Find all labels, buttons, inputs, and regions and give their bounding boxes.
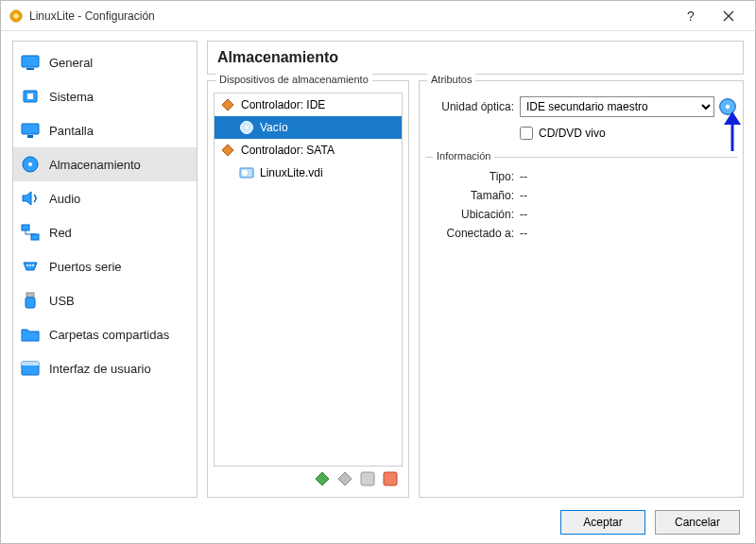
svg-rect-3 — [26, 68, 34, 70]
svg-rect-16 — [26, 298, 35, 308]
info-row-size: Tamaño: -- — [425, 186, 737, 205]
add-attachment-icon[interactable] — [336, 470, 353, 487]
sidebar-item-label: Almacenamiento — [49, 158, 141, 172]
svg-rect-15 — [26, 293, 34, 298]
controller-icon — [220, 143, 235, 158]
info-label: Ubicación: — [425, 208, 520, 221]
sidebar-item-system[interactable]: Sistema — [13, 79, 197, 113]
usb-icon — [21, 292, 40, 309]
dialog-footer: Aceptar Cancelar — [1, 502, 755, 543]
help-button[interactable]: ? — [672, 3, 710, 29]
live-cd-label: CD/DVD vivo — [539, 127, 606, 140]
svg-rect-2 — [22, 56, 39, 67]
tree-label: Controlador: IDE — [241, 98, 325, 111]
tree-label: Vacío — [260, 121, 288, 134]
monitor-icon — [21, 54, 40, 71]
cancel-button[interactable]: Cancelar — [655, 510, 740, 535]
hard-disk-vdi[interactable]: LinuxLite.vdi — [215, 162, 402, 184]
svg-rect-10 — [22, 225, 29, 230]
tree-label: Controlador: SATA — [241, 144, 335, 157]
sidebar-item-label: Puertos serie — [49, 260, 122, 274]
titlebar: LinuxLite - Configuración ? — [1, 1, 755, 31]
sidebar-item-usb[interactable]: USB — [13, 283, 197, 317]
devices-group-label: Dispositivos de almacenamiento — [215, 74, 372, 85]
svg-point-13 — [29, 264, 31, 266]
ok-button[interactable]: Aceptar — [560, 510, 645, 535]
controller-sata[interactable]: Controlador: SATA — [215, 139, 402, 162]
page-header: Almacenamiento — [207, 41, 744, 75]
sidebar-item-general[interactable]: General — [13, 45, 197, 79]
hard-disk-icon — [239, 165, 254, 180]
attributes-group-label: Atributos — [427, 74, 475, 85]
ui-icon — [21, 360, 40, 377]
sidebar-item-label: USB — [49, 294, 75, 308]
info-value: -- — [520, 189, 527, 202]
sidebar-item-shared-folders[interactable]: Carpetas compartidas — [13, 317, 197, 351]
svg-point-26 — [726, 105, 730, 109]
serial-icon — [21, 258, 40, 275]
svg-point-22 — [242, 170, 248, 176]
optical-drive-row: Unidad óptica: IDE secundario maestro — [425, 96, 737, 117]
optical-drive-combo[interactable]: IDE secundario maestro — [520, 96, 714, 117]
panels: Dispositivos de almacenamiento Controlad… — [207, 80, 744, 498]
info-row-type: Tipo: -- — [425, 167, 737, 186]
main-panel: Almacenamiento Dispositivos de almacenam… — [207, 41, 744, 498]
live-cd-row: CD/DVD vivo — [425, 127, 737, 140]
live-cd-checkbox[interactable] — [520, 127, 533, 140]
display-icon — [21, 122, 40, 139]
remove-controller-icon[interactable] — [382, 470, 399, 487]
folder-icon — [21, 326, 40, 343]
remove-attachment-icon[interactable] — [359, 470, 376, 487]
sidebar: General Sistema Pantalla Almacenamiento … — [12, 41, 198, 498]
network-icon — [21, 224, 40, 241]
speaker-icon — [21, 190, 40, 207]
disk-icon — [21, 156, 40, 173]
window-title: LinuxLite - Configuración — [29, 9, 672, 23]
sidebar-item-ui[interactable]: Interfaz de usuario — [13, 351, 197, 385]
devices-toolbar — [214, 467, 403, 491]
info-label: Tipo: — [425, 170, 520, 183]
sidebar-item-label: Red — [49, 226, 72, 240]
attributes-group: Atributos Unidad óptica: IDE secundario … — [419, 80, 744, 498]
info-value: -- — [520, 170, 527, 183]
svg-rect-24 — [384, 472, 397, 485]
sidebar-item-label: Carpetas compartidas — [49, 328, 169, 342]
settings-window: LinuxLite - Configuración ? General Sist… — [0, 0, 756, 544]
sidebar-item-label: Sistema — [49, 90, 94, 104]
sidebar-item-audio[interactable]: Audio — [13, 181, 197, 215]
add-controller-icon[interactable] — [314, 470, 331, 487]
svg-rect-7 — [27, 135, 33, 138]
sidebar-item-storage[interactable]: Almacenamiento — [13, 147, 197, 181]
sidebar-item-label: Audio — [49, 192, 80, 206]
close-button[interactable] — [710, 3, 747, 29]
svg-point-9 — [28, 162, 32, 166]
svg-rect-11 — [31, 234, 39, 240]
optical-disc-icon — [239, 120, 254, 135]
info-group: Información Tipo: -- Tamaño: -- Ubicació… — [425, 157, 737, 243]
info-row-attached: Conectado a: -- — [425, 224, 737, 243]
tree-label: LinuxLite.vdi — [260, 166, 323, 179]
info-row-location: Ubicación: -- — [425, 205, 737, 224]
svg-point-20 — [246, 127, 249, 129]
app-icon — [9, 8, 24, 24]
choose-disk-button[interactable] — [718, 97, 737, 116]
info-label: Tamaño: — [425, 189, 520, 202]
svg-rect-5 — [27, 94, 33, 99]
info-value: -- — [520, 227, 527, 240]
sidebar-item-network[interactable]: Red — [13, 215, 197, 249]
svg-point-1 — [14, 13, 19, 18]
sidebar-item-serial[interactable]: Puertos serie — [13, 249, 197, 283]
sidebar-item-label: General — [49, 56, 93, 70]
svg-rect-6 — [22, 124, 39, 134]
optical-drive-empty[interactable]: Vacío — [215, 116, 402, 139]
optical-drive-label: Unidad óptica: — [425, 100, 520, 113]
info-group-label: Información — [433, 150, 494, 162]
svg-rect-23 — [361, 472, 374, 485]
storage-tree[interactable]: Controlador: IDE Vacío Controlador: SATA — [214, 93, 403, 467]
svg-rect-18 — [22, 362, 39, 366]
svg-point-14 — [32, 264, 34, 266]
info-value: -- — [520, 208, 527, 221]
sidebar-item-display[interactable]: Pantalla — [13, 113, 197, 147]
controller-ide[interactable]: Controlador: IDE — [215, 94, 402, 116]
svg-point-12 — [26, 264, 28, 266]
